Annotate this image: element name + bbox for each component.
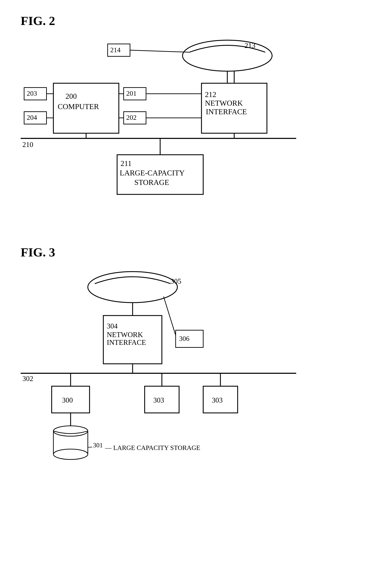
- fig3-svg: 305 304 NETWORK INTERFACE 306 302 300 30…: [21, 266, 331, 525]
- svg-text:— LARGE CAPACITY STORAGE: — LARGE CAPACITY STORAGE: [105, 444, 200, 451]
- fig3-title: FIG. 3: [21, 245, 347, 259]
- svg-text:LARGE-CAPACITY: LARGE-CAPACITY: [120, 169, 184, 177]
- svg-text:202: 202: [126, 114, 137, 121]
- svg-text:300: 300: [62, 396, 73, 404]
- svg-text:211: 211: [120, 159, 132, 168]
- page: FIG. 2 213 214 200 COMPUTER 203: [0, 0, 368, 539]
- svg-text:210: 210: [22, 141, 33, 149]
- svg-text:306: 306: [179, 335, 189, 342]
- svg-text:302: 302: [22, 375, 33, 383]
- svg-text:200: 200: [65, 92, 77, 100]
- svg-text:303: 303: [153, 396, 164, 404]
- svg-text:INTERFACE: INTERFACE: [206, 107, 247, 116]
- svg-text:212: 212: [205, 90, 216, 99]
- label-213: 213: [245, 42, 255, 49]
- svg-line-64: [87, 447, 92, 447]
- svg-point-59: [53, 426, 88, 436]
- fig2-svg: 213 214 200 COMPUTER 203 204 201: [21, 35, 331, 225]
- svg-line-45: [164, 297, 176, 335]
- svg-text:214: 214: [110, 46, 120, 54]
- fig3-diagram: 305 304 NETWORK INTERFACE 306 302 300 30…: [21, 266, 331, 525]
- fig2-title: FIG. 2: [21, 14, 347, 28]
- svg-text:204: 204: [27, 114, 37, 121]
- svg-text:STORAGE: STORAGE: [134, 178, 169, 187]
- svg-text:305: 305: [170, 277, 181, 285]
- svg-text:COMPUTER: COMPUTER: [58, 102, 99, 111]
- svg-text:304: 304: [107, 322, 118, 330]
- svg-text:NETWORK: NETWORK: [107, 331, 143, 339]
- svg-text:201: 201: [126, 89, 137, 97]
- fig2-diagram: 213 214 200 COMPUTER 203 204 201: [21, 35, 331, 225]
- svg-text:203: 203: [27, 89, 37, 97]
- svg-text:NETWORK: NETWORK: [205, 99, 243, 107]
- svg-line-4: [130, 50, 189, 52]
- svg-text:301: 301: [93, 442, 103, 449]
- svg-text:303: 303: [212, 396, 223, 404]
- svg-point-62: [53, 449, 88, 459]
- svg-text:INTERFACE: INTERFACE: [107, 339, 146, 346]
- svg-point-0: [183, 40, 272, 71]
